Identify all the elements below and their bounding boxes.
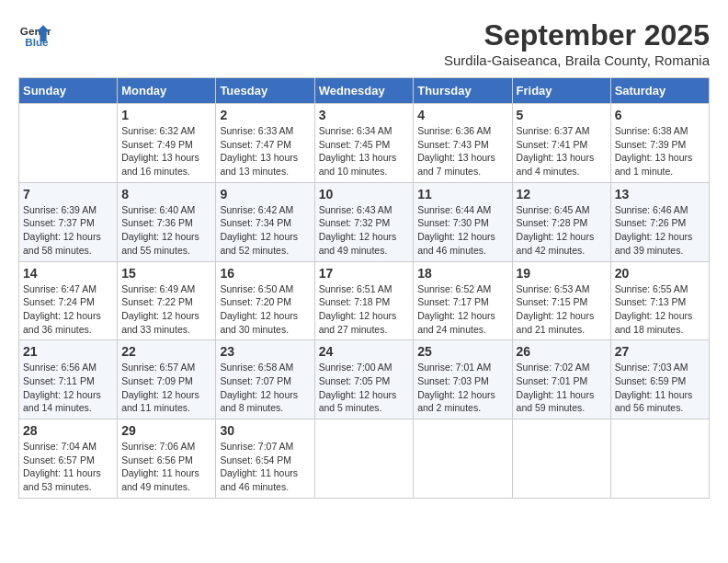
day-number: 1 [121, 108, 211, 122]
cell-content: Sunrise: 6:38 AMSunset: 7:39 PMDaylight:… [615, 124, 705, 178]
day-number: 19 [517, 266, 607, 281]
cell-content: Sunrise: 6:32 AMSunset: 7:49 PMDaylight:… [121, 124, 211, 178]
day-number: 22 [121, 344, 211, 359]
cell-content: Sunrise: 6:34 AMSunset: 7:45 PMDaylight:… [319, 124, 410, 178]
calendar-cell: 30Sunrise: 7:07 AMSunset: 6:54 PMDayligh… [216, 419, 314, 499]
day-number: 15 [121, 266, 211, 281]
cell-content: Sunrise: 7:03 AMSunset: 6:59 PMDaylight:… [615, 361, 705, 415]
location-subtitle: Surdila-Gaiseanca, Braila County, Romani… [444, 52, 710, 68]
calendar-week-row: 7Sunrise: 6:39 AMSunset: 7:37 PMDaylight… [19, 182, 710, 261]
calendar-cell: 5Sunrise: 6:37 AMSunset: 7:41 PMDaylight… [512, 104, 610, 183]
day-number: 8 [121, 187, 211, 201]
cell-content: Sunrise: 6:44 AMSunset: 7:30 PMDaylight:… [417, 203, 507, 258]
title-block: September 2025 Surdila-Gaiseanca, Braila… [444, 18, 710, 68]
day-number: 10 [319, 187, 410, 201]
cell-content: Sunrise: 7:06 AMSunset: 6:56 PMDaylight:… [121, 440, 211, 494]
day-header-monday: Monday [118, 78, 216, 104]
calendar-cell: 17Sunrise: 6:51 AMSunset: 7:18 PMDayligh… [314, 261, 414, 340]
day-number: 16 [220, 266, 310, 281]
day-number: 30 [220, 423, 310, 438]
cell-content: Sunrise: 6:43 AMSunset: 7:32 PMDaylight:… [319, 203, 410, 258]
day-number: 7 [23, 187, 113, 201]
day-header-tuesday: Tuesday [216, 78, 314, 104]
calendar-table: SundayMondayTuesdayWednesdayThursdayFrid… [18, 77, 710, 499]
calendar-cell [512, 419, 610, 499]
calendar-cell [414, 419, 512, 499]
cell-content: Sunrise: 6:52 AMSunset: 7:17 PMDaylight:… [417, 282, 507, 337]
calendar-cell: 2Sunrise: 6:33 AMSunset: 7:47 PMDaylight… [216, 104, 314, 183]
day-header-thursday: Thursday [414, 78, 512, 104]
day-number: 13 [615, 187, 705, 201]
cell-content: Sunrise: 7:02 AMSunset: 7:01 PMDaylight:… [517, 361, 607, 415]
page-header: General Blue September 2025 Surdila-Gais… [18, 18, 710, 68]
calendar-body: 1Sunrise: 6:32 AMSunset: 7:49 PMDaylight… [19, 104, 710, 499]
calendar-cell: 9Sunrise: 6:42 AMSunset: 7:34 PMDaylight… [216, 182, 314, 261]
day-number: 3 [319, 108, 410, 122]
cell-content: Sunrise: 6:47 AMSunset: 7:24 PMDaylight:… [23, 282, 113, 337]
day-number: 29 [121, 423, 211, 438]
day-number: 4 [417, 108, 507, 122]
day-number: 9 [220, 187, 310, 201]
cell-content: Sunrise: 6:45 AMSunset: 7:28 PMDaylight:… [517, 203, 607, 258]
calendar-cell: 19Sunrise: 6:53 AMSunset: 7:15 PMDayligh… [512, 261, 610, 340]
calendar-cell: 14Sunrise: 6:47 AMSunset: 7:24 PMDayligh… [19, 261, 118, 340]
cell-content: Sunrise: 6:49 AMSunset: 7:22 PMDaylight:… [121, 282, 211, 337]
calendar-cell: 1Sunrise: 6:32 AMSunset: 7:49 PMDaylight… [118, 104, 216, 183]
calendar-cell: 4Sunrise: 6:36 AMSunset: 7:43 PMDaylight… [414, 104, 512, 183]
day-number: 6 [615, 108, 705, 122]
calendar-cell [314, 419, 414, 499]
calendar-cell: 27Sunrise: 7:03 AMSunset: 6:59 PMDayligh… [610, 340, 709, 419]
cell-content: Sunrise: 6:40 AMSunset: 7:36 PMDaylight:… [121, 203, 211, 258]
day-header-sunday: Sunday [19, 78, 118, 104]
cell-content: Sunrise: 6:36 AMSunset: 7:43 PMDaylight:… [417, 124, 507, 178]
calendar-cell: 16Sunrise: 6:50 AMSunset: 7:20 PMDayligh… [216, 261, 314, 340]
calendar-week-row: 14Sunrise: 6:47 AMSunset: 7:24 PMDayligh… [19, 261, 710, 340]
day-number: 21 [23, 344, 113, 359]
day-number: 5 [517, 108, 607, 122]
calendar-cell: 18Sunrise: 6:52 AMSunset: 7:17 PMDayligh… [414, 261, 512, 340]
calendar-week-row: 21Sunrise: 6:56 AMSunset: 7:11 PMDayligh… [19, 340, 710, 419]
cell-content: Sunrise: 6:37 AMSunset: 7:41 PMDaylight:… [517, 124, 607, 178]
cell-content: Sunrise: 6:56 AMSunset: 7:11 PMDaylight:… [23, 361, 113, 415]
cell-content: Sunrise: 7:00 AMSunset: 7:05 PMDaylight:… [319, 361, 410, 415]
cell-content: Sunrise: 7:01 AMSunset: 7:03 PMDaylight:… [417, 361, 507, 415]
calendar-cell: 7Sunrise: 6:39 AMSunset: 7:37 PMDaylight… [19, 182, 118, 261]
calendar-cell: 26Sunrise: 7:02 AMSunset: 7:01 PMDayligh… [512, 340, 610, 419]
cell-content: Sunrise: 6:42 AMSunset: 7:34 PMDaylight:… [220, 203, 310, 258]
cell-content: Sunrise: 6:39 AMSunset: 7:37 PMDaylight:… [23, 203, 113, 258]
calendar-cell: 28Sunrise: 7:04 AMSunset: 6:57 PMDayligh… [19, 419, 118, 499]
month-title: September 2025 [444, 18, 710, 52]
logo-icon: General Blue [18, 18, 51, 52]
day-number: 14 [23, 266, 113, 281]
calendar-cell: 25Sunrise: 7:01 AMSunset: 7:03 PMDayligh… [414, 340, 512, 419]
calendar-cell: 6Sunrise: 6:38 AMSunset: 7:39 PMDaylight… [610, 104, 709, 183]
logo: General Blue [18, 18, 55, 52]
cell-content: Sunrise: 7:04 AMSunset: 6:57 PMDaylight:… [23, 440, 113, 494]
cell-content: Sunrise: 6:57 AMSunset: 7:09 PMDaylight:… [121, 361, 211, 415]
calendar-week-row: 28Sunrise: 7:04 AMSunset: 6:57 PMDayligh… [19, 419, 710, 499]
calendar-cell: 20Sunrise: 6:55 AMSunset: 7:13 PMDayligh… [610, 261, 709, 340]
cell-content: Sunrise: 6:46 AMSunset: 7:26 PMDaylight:… [615, 203, 705, 258]
cell-content: Sunrise: 6:55 AMSunset: 7:13 PMDaylight:… [615, 282, 705, 337]
day-number: 26 [517, 344, 607, 359]
calendar-cell: 21Sunrise: 6:56 AMSunset: 7:11 PMDayligh… [19, 340, 118, 419]
calendar-cell: 8Sunrise: 6:40 AMSunset: 7:36 PMDaylight… [118, 182, 216, 261]
calendar-cell: 10Sunrise: 6:43 AMSunset: 7:32 PMDayligh… [314, 182, 414, 261]
calendar-cell: 3Sunrise: 6:34 AMSunset: 7:45 PMDaylight… [314, 104, 414, 183]
calendar-header-row: SundayMondayTuesdayWednesdayThursdayFrid… [19, 78, 710, 104]
calendar-cell: 22Sunrise: 6:57 AMSunset: 7:09 PMDayligh… [118, 340, 216, 419]
calendar-cell: 13Sunrise: 6:46 AMSunset: 7:26 PMDayligh… [610, 182, 709, 261]
day-number: 25 [417, 344, 507, 359]
calendar-cell: 15Sunrise: 6:49 AMSunset: 7:22 PMDayligh… [118, 261, 216, 340]
day-header-wednesday: Wednesday [314, 78, 414, 104]
calendar-cell: 24Sunrise: 7:00 AMSunset: 7:05 PMDayligh… [314, 340, 414, 419]
cell-content: Sunrise: 6:50 AMSunset: 7:20 PMDaylight:… [220, 282, 310, 337]
day-number: 17 [319, 266, 410, 281]
cell-content: Sunrise: 6:51 AMSunset: 7:18 PMDaylight:… [319, 282, 410, 337]
calendar-cell: 11Sunrise: 6:44 AMSunset: 7:30 PMDayligh… [414, 182, 512, 261]
calendar-cell [19, 104, 118, 183]
day-number: 2 [220, 108, 310, 122]
day-header-friday: Friday [512, 78, 610, 104]
day-number: 28 [23, 423, 113, 438]
day-header-saturday: Saturday [610, 78, 709, 104]
